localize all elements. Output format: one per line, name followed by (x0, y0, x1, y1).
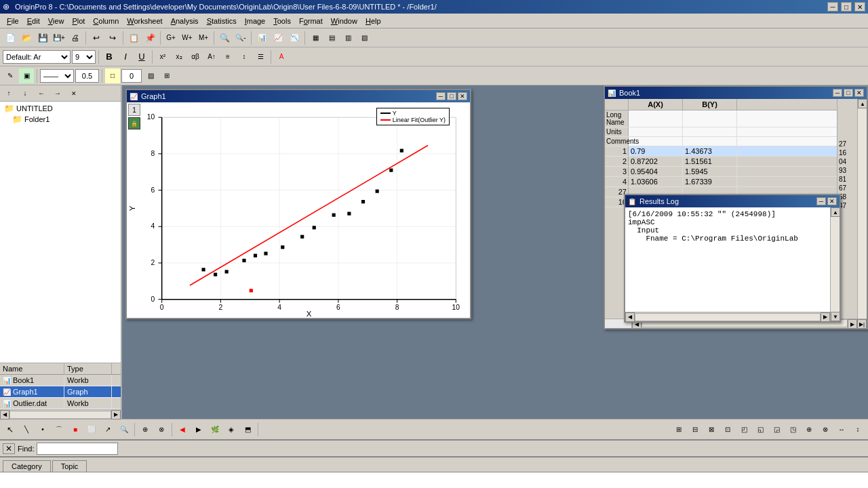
fontsize-select[interactable]: 9 (72, 50, 96, 64)
stat1-button[interactable]: 📊 (254, 30, 269, 45)
color-button[interactable]: A (274, 49, 289, 64)
find-close-btn[interactable]: ✕ (3, 443, 15, 454)
greek-button[interactable]: αβ (188, 49, 203, 64)
nav-down[interactable]: ↓ (18, 86, 33, 101)
rtb-1[interactable]: ⊞ (671, 422, 686, 437)
nav-left[interactable]: ← (34, 86, 49, 101)
results-scroll-left[interactable]: ◀ (625, 312, 635, 322)
results-minimize[interactable]: ─ (816, 197, 826, 205)
fill-btn[interactable]: ▣ (19, 68, 34, 83)
results-vscroll-track[interactable] (831, 217, 840, 312)
line-type-select[interactable]: —— (40, 69, 74, 83)
nav-up[interactable]: ↑ (1, 86, 16, 101)
bar1-button[interactable]: ▦ (308, 30, 323, 45)
bold-button[interactable]: B (102, 49, 117, 64)
menu-column[interactable]: Column (89, 16, 123, 26)
book-scroll-right[interactable]: ▶ (848, 319, 857, 329)
line-width-input[interactable]: 0.5 (75, 69, 99, 83)
scroll-right-btn[interactable]: ▶ (111, 410, 121, 420)
row-1-b[interactable]: 1.43673 (683, 146, 737, 156)
tree-untitled[interactable]: 📁 UNTITLED (1, 103, 119, 114)
tree-folder1[interactable]: 📁 Folder1 (1, 114, 119, 125)
restore-button[interactable]: □ (841, 2, 852, 12)
zoom-out-button[interactable]: 🔍- (233, 30, 248, 45)
col-a-header[interactable]: A(X) (629, 99, 683, 110)
left-panel-hscroll[interactable]: ◀ ▶ (0, 409, 121, 419)
menu-image[interactable]: Image (241, 16, 270, 26)
draw-tool7[interactable]: ▶ (191, 422, 206, 437)
nav-right[interactable]: → (50, 86, 65, 101)
redo-button[interactable]: ↪ (105, 30, 120, 45)
row-2-b[interactable]: 1.51561 (683, 157, 737, 166)
results-close[interactable]: ✕ (827, 197, 837, 205)
draw-ellipse[interactable]: ⬜ (84, 422, 99, 437)
menu-view[interactable]: View (44, 16, 68, 26)
results-vscroll-down[interactable]: ▼ (831, 312, 840, 321)
rtb-6[interactable]: ◱ (753, 422, 768, 437)
new-graph-button[interactable]: G+ (163, 30, 178, 45)
fill-pattern-btn[interactable]: ▧ (143, 68, 158, 83)
rtb-11[interactable]: ↔ (834, 422, 849, 437)
align-button[interactable]: ≡ (220, 49, 235, 64)
save-all-button[interactable]: 💾+ (52, 30, 66, 45)
print-button[interactable]: 🖨 (68, 30, 83, 45)
lock-icon[interactable]: 🔒 (128, 117, 140, 129)
bar2-button[interactable]: ▤ (324, 30, 339, 45)
new-button[interactable]: 📄 (3, 30, 18, 45)
rtb-3[interactable]: ⊠ (704, 422, 719, 437)
rtb-4[interactable]: ⊡ (720, 422, 735, 437)
draw-line[interactable]: ╲ (19, 422, 34, 437)
find-input[interactable] (37, 443, 118, 455)
tab-topic[interactable]: Topic (52, 460, 87, 472)
draw-tool5[interactable]: ⊗ (154, 422, 169, 437)
underline-button[interactable]: U (134, 49, 149, 64)
menu-worksheet[interactable]: Worksheet (123, 16, 166, 26)
border-btn[interactable]: ⊞ (159, 68, 174, 83)
scroll-track[interactable] (9, 411, 111, 419)
results-vscroll-up[interactable]: ▲ (831, 207, 840, 217)
open-button[interactable]: 📂 (19, 30, 34, 45)
book-vscroll[interactable]: ▲ ▼ (857, 99, 867, 328)
draw-tool9[interactable]: ◈ (224, 422, 239, 437)
menu-analysis[interactable]: Analysis (167, 16, 203, 26)
comments-b[interactable] (683, 137, 737, 146)
draw-pointer[interactable]: ↖ (3, 422, 18, 437)
rtb-9[interactable]: ⊕ (802, 422, 816, 437)
tab-category[interactable]: Category (3, 460, 51, 472)
superscript-button[interactable]: x² (155, 49, 170, 64)
graph-restore[interactable]: □ (447, 92, 456, 100)
bar3-button[interactable]: ▥ (340, 30, 355, 45)
file-row-graph1[interactable]: 📈 Graph1 Graph (0, 386, 121, 398)
line-color-btn[interactable]: □ (105, 68, 120, 83)
line-val-input[interactable] (121, 69, 142, 83)
draw-tool10[interactable]: ⬒ (240, 422, 255, 437)
rtb-5[interactable]: ◰ (736, 422, 751, 437)
draw-tool6[interactable]: ◀ (175, 422, 190, 437)
book-scroll-right2[interactable]: ▶| (857, 319, 867, 329)
line-style-btn[interactable]: ✎ (3, 68, 18, 83)
menu-format[interactable]: Format (295, 16, 327, 26)
file-row-book1[interactable]: 📊 Book1 Workb (0, 375, 121, 386)
results-scroll-track[interactable] (635, 313, 821, 321)
new-matrix-button[interactable]: M+ (196, 30, 211, 45)
row-3-b[interactable]: 1.5945 (683, 167, 737, 176)
menu-window[interactable]: Window (327, 16, 361, 26)
results-hscroll[interactable]: ◀ ▶ (625, 312, 830, 321)
menu-tools[interactable]: Tools (269, 16, 295, 26)
graph-close[interactable]: ✕ (458, 92, 467, 100)
menu-help[interactable]: Help (361, 16, 385, 26)
new-workbook-button[interactable]: W+ (180, 30, 195, 45)
units-a[interactable] (629, 127, 683, 136)
long-name-b[interactable] (683, 110, 737, 127)
undo-button[interactable]: ↩ (89, 30, 104, 45)
long-name-a[interactable] (629, 110, 683, 127)
rtb-7[interactable]: ◲ (769, 422, 784, 437)
draw-curve[interactable]: ⌒ (52, 422, 66, 437)
book-vscroll-up[interactable]: ▲ (858, 99, 867, 108)
results-vscroll[interactable]: ▲ ▼ (830, 207, 840, 321)
draw-tool8[interactable]: 🌿 (208, 422, 222, 437)
file-row-outlier[interactable]: 📊 Outlier.dat Workb (0, 398, 121, 409)
rtb-8[interactable]: ◳ (785, 422, 800, 437)
italic-button[interactable]: I (118, 49, 133, 64)
stat2-button[interactable]: 📈 (271, 30, 285, 45)
